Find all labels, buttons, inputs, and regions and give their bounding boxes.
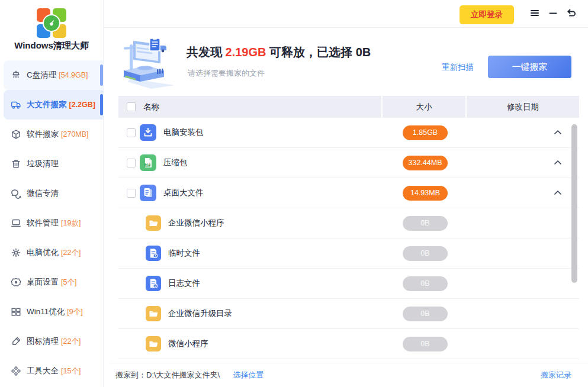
row-label: 压缩包 <box>163 157 384 168</box>
main-panel: 立即登录 <box>104 0 588 387</box>
sidebar-item-value: [54.9GB] <box>59 71 88 79</box>
sidebar-item-value: [22个] <box>61 248 81 258</box>
sidebar-item-label: 电脑优化 <box>27 247 59 258</box>
size-cell: 0B <box>384 337 467 351</box>
sidebar-item-broom[interactable]: C盘清理[54.9GB] <box>4 60 103 90</box>
table-row[interactable]: 桌面大文件14.93MB <box>118 178 579 208</box>
chevron-up-icon[interactable] <box>553 128 563 137</box>
row-label: 临时文件 <box>168 248 384 259</box>
sidebar-item-trash[interactable]: 垃圾清理 <box>0 149 103 179</box>
folder-icon <box>146 215 161 231</box>
table-row: 日志文件0B <box>118 269 579 299</box>
sidebar-item-value: [19款] <box>61 218 81 228</box>
menu-icon[interactable] <box>529 8 540 18</box>
logo-broom-icon <box>43 14 60 32</box>
move-to-label: 搬家到： <box>115 370 146 380</box>
sidebar-item-label: 微信专清 <box>27 188 59 199</box>
table-row[interactable]: 电脑安装包1.85GB <box>118 118 579 148</box>
one-click-move-button[interactable]: 一键搬家 <box>488 56 571 78</box>
chevron-up-icon[interactable] <box>553 188 563 198</box>
zip-icon: ZIP <box>140 154 156 171</box>
size-badge: 1.85GB <box>403 125 448 140</box>
column-size: 大小 <box>383 96 465 118</box>
sidebar-item-label: 大文件搬家 <box>27 99 67 110</box>
sidebar-item-laptop[interactable]: 软件管理[19款] <box>0 208 103 238</box>
sidebar-item-value: [15个] <box>61 366 81 376</box>
sidebar-item-value: [9个] <box>67 307 82 317</box>
table-row: 企业微信升级目录0B <box>118 299 579 329</box>
table-row: 微信小程序0B <box>118 329 579 359</box>
folder-icon <box>146 336 161 351</box>
select-all-checkbox[interactable] <box>127 102 136 111</box>
row-label: 电脑安装包 <box>163 127 384 138</box>
doc-log-icon <box>146 276 161 291</box>
sidebar: Windows清理大师 C盘清理[54.9GB]大文件搬家[2.2GB]软件搬家… <box>0 0 104 387</box>
app-title: Windows清理大师 <box>0 40 103 51</box>
sidebar-item-diamonds[interactable]: 工具大全[15个] <box>0 356 103 386</box>
column-name: 名称 <box>118 96 381 118</box>
installer-icon <box>140 124 156 141</box>
login-button[interactable]: 立即登录 <box>460 5 514 24</box>
row-checkbox[interactable] <box>127 128 136 137</box>
scan-summary: 共发现 2.19GB 可释放，已选择 0B 请选择需要搬家的文件 重新扫描 一键… <box>104 28 588 96</box>
sidebar-item-label: Win11优化 <box>27 307 65 317</box>
undo-exit-icon[interactable] <box>565 8 576 18</box>
size-cell: 0B <box>384 246 467 261</box>
summary-subtitle: 请选择需要搬家的文件 <box>188 68 265 79</box>
sidebar-item-label: 软件搬家 <box>27 129 59 140</box>
minimize-icon[interactable] <box>548 8 558 18</box>
footer-bar: 搬家到： D:\大文件搬家文件夹\ 选择位置 搬家记录 <box>110 363 588 387</box>
sidebar-item-wechat[interactable]: 微信专清 <box>0 179 103 208</box>
row-label: 企业微信小程序 <box>168 218 384 228</box>
size-badge: 332.44MB <box>403 156 448 170</box>
move-history-link[interactable]: 搬家记录 <box>541 370 571 380</box>
folder-icon <box>146 306 161 321</box>
date-cell <box>467 158 579 167</box>
table-row: 临时文件0B <box>118 238 579 269</box>
choose-location-link[interactable]: 选择位置 <box>233 370 264 380</box>
row-label: 桌面大文件 <box>163 188 384 198</box>
row-label: 微信小程序 <box>168 338 384 349</box>
sidebar-item-label: 桌面设置 <box>27 277 59 288</box>
rescan-link[interactable]: 重新扫描 <box>442 62 474 73</box>
sidebar-item-gear-flower[interactable]: 电脑优化[22个] <box>0 238 103 267</box>
sidebar-item-truck[interactable]: 大文件搬家[2.2GB] <box>4 90 103 120</box>
table-row[interactable]: ZIP压缩包332.44MB <box>118 148 579 178</box>
sidebar-item-label: 图标清理 <box>27 336 59 347</box>
diamonds-icon <box>11 366 21 376</box>
brush-icon <box>11 336 21 347</box>
row-checkbox[interactable] <box>127 189 136 198</box>
size-cell: 0B <box>384 276 467 291</box>
vertical-scrollbar[interactable] <box>571 124 577 283</box>
doc-clock-icon <box>146 246 161 261</box>
table-row: 企业微信小程序0B <box>118 208 579 238</box>
sidebar-item-label: C盘清理 <box>27 70 56 80</box>
size-badge: 0B <box>403 307 448 321</box>
sidebar-item-label: 工具大全 <box>27 366 59 376</box>
size-badge: 0B <box>403 337 448 351</box>
sidebar-item-package[interactable]: 软件搬家[270MB] <box>0 120 103 149</box>
summary-free-size: 2.19GB <box>226 46 266 59</box>
summary-title: 共发现 2.19GB 可释放，已选择 0B <box>187 44 371 60</box>
sidebar-item-window-grid[interactable]: Win11优化[9个] <box>0 297 103 327</box>
size-cell: 1.85GB <box>384 125 467 140</box>
window-grid-icon <box>11 307 21 317</box>
size-badge: 0B <box>403 276 448 291</box>
chevron-up-icon[interactable] <box>553 158 563 167</box>
sidebar-item-gear-circle[interactable]: 桌面设置[5个] <box>0 267 103 297</box>
table-header: 名称 大小 修改日期 <box>118 96 579 118</box>
size-badge: 14.93MB <box>403 186 448 201</box>
trash-icon <box>11 159 21 169</box>
app-logo-icon <box>37 8 66 38</box>
summary-middle: 可释放，已选择 <box>266 46 356 59</box>
row-label: 日志文件 <box>168 278 384 289</box>
file-list: 电脑安装包1.85GBZIP压缩包332.44MB桌面大文件14.93MB企业微… <box>118 118 579 359</box>
laptop-icon <box>11 218 21 228</box>
titlebar: 立即登录 <box>104 0 588 28</box>
date-cell <box>467 128 579 137</box>
sidebar-item-brush[interactable]: 图标清理[22个] <box>0 327 103 356</box>
docs-icon <box>140 185 156 201</box>
sidebar-item-value: [2.2GB] <box>69 101 95 109</box>
column-date: 修改日期 <box>467 96 579 118</box>
row-checkbox[interactable] <box>127 159 136 167</box>
